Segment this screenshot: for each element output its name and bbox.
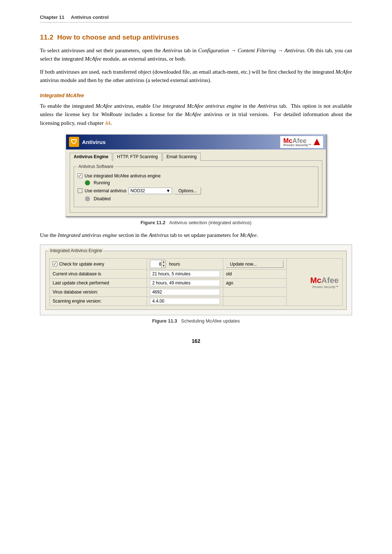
tab-content: Antivirus Software ✓ Use integrated McAf… xyxy=(70,160,322,213)
cell-db-version-value: 4692 xyxy=(147,288,223,297)
page-number: 162 xyxy=(40,338,352,344)
checkbox-row-1: ✓ Use integrated McAfee antivirus engine xyxy=(78,173,314,178)
mcafee-triangle-icon xyxy=(314,139,320,145)
integrated-engine-container: Integrated Antivirus Engine ✓ Check for … xyxy=(40,245,352,315)
cell-last-update-value: 2 hours, 49 minutes xyxy=(147,279,223,288)
chapter-header: Chapter 11 Antivirus control xyxy=(40,15,352,22)
dialog-body: Antivirus Engine HTTP, FTP Scanning Emai… xyxy=(66,149,326,216)
status-running-icon xyxy=(85,180,90,185)
hours-spinbox[interactable]: ▲ ▼ xyxy=(150,260,166,268)
dropdown-antivirus[interactable]: NOD32 ▼ xyxy=(128,188,172,194)
status-disabled-row: Disabled xyxy=(85,196,314,201)
dialog-tabs: Antivirus Engine HTTP, FTP Scanning Emai… xyxy=(70,152,322,160)
spin-buttons: ▲ ▼ xyxy=(161,260,166,268)
cell-current-db-value: 21 hours, 5 minutes xyxy=(147,270,223,279)
mcafee-logo-area: McAfee Proven Security™ xyxy=(280,136,323,148)
tab-http-ftp-scanning[interactable]: HTTP, FTP Scanning xyxy=(113,153,162,161)
mcafee-logo-cell: McAfee Proven Security™ xyxy=(286,259,343,306)
dropdown-arrow-icon: ▼ xyxy=(166,188,171,193)
update-now-button[interactable]: Update now... xyxy=(226,260,283,268)
paragraph-1: To select antiviruses and set their para… xyxy=(40,46,352,63)
mcafee-logo-sm: McAfee Proven Security™ xyxy=(290,276,339,289)
mcafee-red-sm: Mc xyxy=(310,276,322,285)
status-running-row: Running xyxy=(85,180,314,185)
chapter-link[interactable]: 44 xyxy=(105,120,110,126)
antivirus-software-group: Antivirus Software ✓ Use integrated McAf… xyxy=(74,167,318,207)
checkbox-use-external[interactable] xyxy=(78,188,82,193)
hours-input[interactable] xyxy=(150,262,161,267)
table-row-update: ✓ Check for update every ▲ ▼ xyxy=(50,259,343,270)
dialog-title-bar: 🛡 Antivirus McAfee Proven Security™ xyxy=(66,135,326,149)
cell-db-version-unit xyxy=(223,288,286,297)
cell-last-update-label: Last update check performed xyxy=(50,279,147,288)
section-heading: 11.2 How to choose and setup antiviruses xyxy=(40,33,352,41)
checkbox-use-integrated[interactable]: ✓ xyxy=(78,173,82,178)
paragraph-3: To enable the integrated McAfee antiviru… xyxy=(40,102,352,127)
tab-antivirus-engine[interactable]: Antivirus Engine xyxy=(70,153,112,161)
checkbox-label-1: Use integrated McAfee antivirus engine xyxy=(85,173,160,178)
cell-engine-version-value: 4.4.00 xyxy=(147,297,223,306)
check-update-label: Check for update every xyxy=(59,262,104,267)
integrated-engine-group: Integrated Antivirus Engine ✓ Check for … xyxy=(45,251,347,310)
figure-11-3-block: Integrated Antivirus Engine ✓ Check for … xyxy=(40,245,352,324)
paragraph-4: Use the Integrated antivirus engine sect… xyxy=(40,231,352,239)
figure-11-2-block: 🛡 Antivirus McAfee Proven Security™ Anti… xyxy=(40,134,352,225)
cell-update-now: Update now... xyxy=(223,259,286,270)
status-disabled-label: Disabled xyxy=(94,196,111,201)
checkbox-check-update[interactable]: ✓ xyxy=(53,262,57,266)
cell-last-update-unit: ago xyxy=(223,279,286,288)
mcafee-subtitle-sm: Proven Security™ xyxy=(290,285,339,289)
figure-11-3-caption: Figure 11.3 Scheduling McAfee updates xyxy=(40,318,352,324)
options-button[interactable]: Options... xyxy=(174,187,201,194)
cell-db-version-label: Virus database version: xyxy=(50,288,147,297)
hours-label: hours xyxy=(169,262,180,267)
chapter-label: Chapter 11 xyxy=(40,15,64,20)
group-legend: Antivirus Software xyxy=(77,164,115,169)
cell-current-db-unit: old xyxy=(223,270,286,279)
paragraph-2: If both antiviruses are used, each trans… xyxy=(40,68,352,85)
status-running-label: Running xyxy=(94,180,110,185)
dialog-title-left: 🛡 Antivirus xyxy=(69,137,106,147)
cell-engine-version-label: Scanning engine version: xyxy=(50,297,147,306)
dialog-title-text: Antivirus xyxy=(82,139,106,145)
antivirus-icon: 🛡 xyxy=(69,137,79,147)
spin-up-icon[interactable]: ▲ xyxy=(162,260,166,264)
cell-check-label: ✓ Check for update every xyxy=(50,259,147,270)
integrated-engine-legend: Integrated Antivirus Engine xyxy=(49,248,103,253)
checkbox-label-2: Use external antivirus xyxy=(85,188,126,193)
antivirus-dialog: 🛡 Antivirus McAfee Proven Security™ Anti… xyxy=(65,134,327,217)
cell-engine-version-unit xyxy=(223,297,286,306)
cell-spinbox: ▲ ▼ hours xyxy=(147,259,223,270)
mcafee-gray-sm: Afee xyxy=(321,276,339,285)
section-label: Antivirus control xyxy=(71,15,109,20)
status-disabled-icon xyxy=(85,196,90,201)
checkbox-row-2: Use external antivirus NOD32 ▼ Options..… xyxy=(78,187,314,194)
spin-down-icon[interactable]: ▼ xyxy=(162,264,166,268)
subheading-integrated-mcafee: Integrated McAfee xyxy=(40,93,352,98)
figure-11-2-caption: Figure 11.2 Antivirus selection (integra… xyxy=(40,220,352,225)
engine-table: ✓ Check for update every ▲ ▼ xyxy=(49,258,343,306)
mcafee-subtitle: Proven Security™ xyxy=(283,143,311,147)
cell-current-db-label: Current virus database is xyxy=(50,270,147,279)
tab-email-scanning[interactable]: Email Scanning xyxy=(163,153,201,161)
